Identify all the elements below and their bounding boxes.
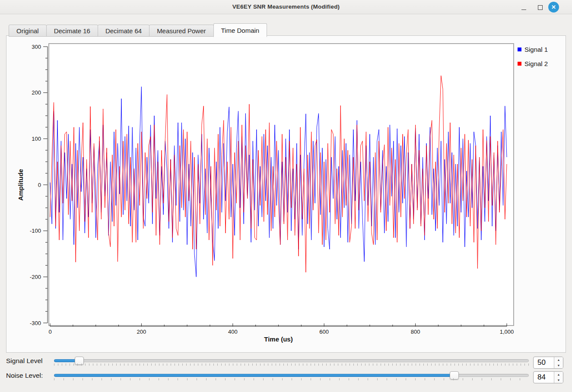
tab-original[interactable]: Original	[9, 25, 47, 37]
svg-text:300: 300	[32, 44, 41, 50]
svg-text:1,000: 1,000	[500, 329, 514, 335]
noise-level-label: Noise Level:	[6, 372, 43, 379]
signal-level-label: Signal Level	[6, 357, 42, 365]
signal-level-spin-down-button[interactable]: ▼	[554, 363, 563, 368]
tab-time-domain[interactable]: Time Domain	[213, 23, 267, 37]
svg-text:-100: -100	[30, 228, 41, 234]
minimize-button[interactable]	[518, 2, 529, 13]
tab-decimate-64[interactable]: Decimate 64	[98, 25, 149, 37]
svg-text:800: 800	[411, 329, 420, 335]
legend-label-signal-1: Signal 1	[524, 46, 548, 53]
signal-level-slider-track[interactable]	[54, 359, 529, 362]
noise-level-spin-arrows: ▲ ▼	[554, 372, 563, 383]
time-domain-chart: 3002001000-100-200-30002004006008001,000…	[6, 36, 566, 352]
signal-level-spin-up-button[interactable]: ▲	[554, 357, 563, 363]
close-button[interactable]: ✕	[548, 2, 559, 13]
signal-level-spinbox[interactable]: 50 ▲ ▼	[533, 357, 563, 369]
noise-level-slider-fill	[54, 374, 454, 377]
noise-level-slider-ticks	[54, 378, 529, 380]
legend-swatch-signal-2	[518, 62, 521, 66]
svg-text:100: 100	[32, 136, 41, 142]
svg-text:400: 400	[228, 329, 238, 335]
tab-content-panel: 3002001000-100-200-30002004006008001,000…	[6, 35, 566, 353]
maximize-icon	[538, 5, 543, 10]
svg-text:-300: -300	[30, 320, 41, 326]
svg-text:-200: -200	[30, 274, 41, 280]
window-title: VE6EY SNR Measurements (Modified)	[0, 3, 572, 10]
chevron-up-icon: ▲	[557, 358, 560, 361]
svg-text:0: 0	[38, 182, 41, 188]
legend-item-signal-1: Signal 1	[518, 44, 548, 54]
tab-decimate-16[interactable]: Decimate 16	[46, 25, 98, 37]
maximize-button[interactable]	[535, 2, 545, 13]
tab-bar: Original Decimate 16 Decimate 64 Measure…	[9, 23, 267, 36]
signal-level-row: Signal Level 50 ▲ ▼	[0, 357, 572, 370]
svg-text:0: 0	[48, 329, 51, 335]
y-axis-title: Amplitude	[17, 150, 25, 219]
noise-level-spin-down-button[interactable]: ▼	[554, 377, 563, 383]
window-titlebar: VE6EY SNR Measurements (Modified) ✕	[0, 0, 572, 14]
chart-legend: Signal 1 Signal 2	[518, 44, 548, 73]
svg-text:200: 200	[32, 89, 41, 96]
close-icon: ✕	[548, 2, 559, 13]
noise-level-value[interactable]: 84	[534, 372, 554, 383]
signal-level-spin-arrows: ▲ ▼	[554, 357, 563, 368]
chevron-down-icon: ▼	[557, 364, 560, 367]
x-axis-title: Time (us)	[50, 335, 507, 343]
chevron-down-icon: ▼	[557, 379, 560, 382]
noise-level-spinbox[interactable]: 84 ▲ ▼	[533, 371, 563, 383]
legend-swatch-signal-1	[518, 47, 521, 51]
svg-text:600: 600	[319, 329, 329, 335]
app-window: { "window": { "title": "VE6EY SNR Measur…	[0, 0, 572, 392]
signal-level-value[interactable]: 50	[534, 357, 554, 368]
noise-level-row: Noise Level: 84 ▲ ▼	[0, 371, 572, 384]
legend-item-signal-2: Signal 2	[518, 59, 548, 68]
chart-canvas: 3002001000-100-200-30002004006008001,000	[6, 36, 566, 352]
signal-level-slider-ticks	[54, 364, 529, 366]
minimize-icon	[521, 9, 526, 10]
chevron-up-icon: ▲	[557, 373, 560, 376]
tab-measured-power[interactable]: Measured Power	[149, 25, 213, 37]
svg-text:200: 200	[137, 329, 146, 335]
legend-label-signal-2: Signal 2	[524, 60, 548, 67]
noise-level-spin-up-button[interactable]: ▲	[554, 372, 563, 377]
